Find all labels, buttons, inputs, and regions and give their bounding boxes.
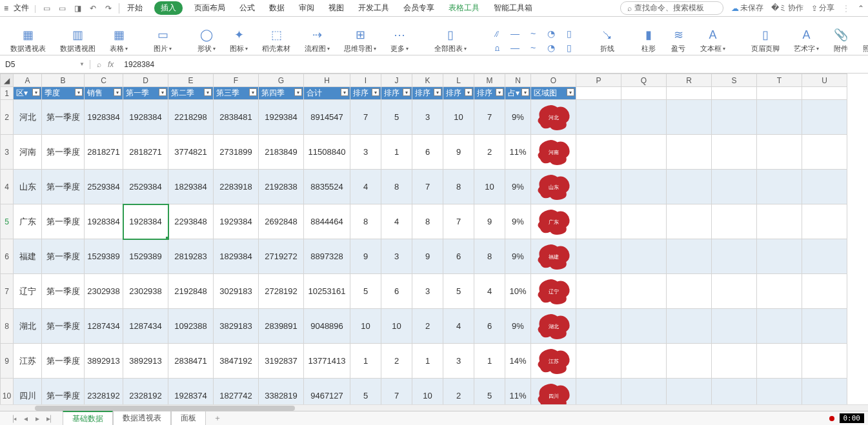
cell-U7[interactable] [802, 274, 847, 309]
cell-R5[interactable] [667, 204, 712, 239]
cell-C4[interactable]: 2529384 [85, 170, 123, 204]
cell-H9[interactable]: 13771413 [304, 344, 350, 379]
cell-D8[interactable]: 1287434 [123, 309, 168, 344]
qat-redo-icon[interactable]: ↷ [103, 3, 114, 14]
chart-type-icon[interactable]: — [509, 28, 521, 39]
cell-M7[interactable]: 4 [474, 274, 505, 309]
cell-D4[interactable]: 2529384 [123, 170, 168, 204]
cell-B9[interactable]: 第一季度 [42, 344, 85, 379]
cell-Q8[interactable] [621, 309, 667, 344]
cell-F2[interactable]: 2838481 [214, 100, 259, 135]
ribbon-形状[interactable]: ◯形状▾ [194, 27, 219, 54]
ribbon-思维导图[interactable]: ⊞思维导图▾ [340, 27, 380, 54]
cell-O4[interactable]: 山东 [531, 170, 576, 204]
fx-cancel-icon[interactable]: ⌕ [97, 60, 101, 69]
cell-S3[interactable] [712, 135, 757, 170]
ribbon-tab-5[interactable]: 审阅 [296, 1, 317, 15]
header-cell[interactable]: 排序▾ [350, 87, 381, 100]
header-cell[interactable]: 销售▾ [85, 87, 123, 100]
sheet-prev-icon[interactable]: ◂ [21, 414, 30, 423]
header-cell[interactable]: 区▾▾ [14, 87, 42, 100]
cell-B7[interactable]: 第一季度 [42, 274, 85, 309]
filter-icon[interactable]: ▾ [249, 88, 257, 96]
menu-icon[interactable]: ≡ [4, 4, 8, 13]
cell-S2[interactable] [712, 100, 757, 135]
cell-J4[interactable]: 8 [381, 170, 412, 204]
cell-U10[interactable] [802, 379, 847, 405]
header-cell[interactable] [757, 87, 802, 100]
cell-J8[interactable]: 10 [381, 309, 412, 344]
col-header-P[interactable]: P [576, 74, 621, 87]
cell-A9[interactable]: 江苏 [14, 344, 42, 379]
cell-F6[interactable]: 1829384 [214, 239, 259, 274]
header-cell[interactable] [576, 87, 621, 100]
horizontal-scrollbar[interactable] [0, 404, 868, 411]
command-search[interactable]: ⌕ 查找命令、搜索模板 [620, 1, 723, 15]
cell-C5[interactable]: 1928384 [85, 204, 123, 239]
ribbon-tab-6[interactable]: 视图 [326, 1, 347, 15]
cell-B6[interactable]: 第一季度 [42, 239, 85, 274]
cell-L2[interactable]: 10 [443, 100, 474, 135]
cell-A5[interactable]: 广东 [14, 204, 42, 239]
ribbon-tab-9[interactable]: 表格工具 [446, 1, 482, 15]
cell-E7[interactable]: 2192848 [168, 274, 214, 309]
cell-E8[interactable]: 1092388 [168, 309, 214, 344]
cell-B3[interactable]: 第一季度 [42, 135, 85, 170]
name-box[interactable]: D5 ▼ [0, 60, 90, 69]
cell-S5[interactable] [712, 204, 757, 239]
col-header-U[interactable]: U [802, 74, 847, 87]
cell-O7[interactable]: 辽宁 [531, 274, 576, 309]
cell-K8[interactable]: 2 [412, 309, 443, 344]
add-sheet-button[interactable]: ＋ [208, 411, 227, 425]
cell-C2[interactable]: 1928384 [85, 100, 123, 135]
cell-O2[interactable]: 河北 [531, 100, 576, 135]
cell-B10[interactable]: 第一季度 [42, 379, 85, 405]
row-header-3[interactable]: 3 [1, 135, 14, 170]
ribbon-tab-2[interactable]: 页面布局 [192, 1, 228, 15]
cell-N10[interactable]: 11% [505, 379, 531, 405]
cell-M4[interactable]: 10 [474, 170, 505, 204]
header-cell[interactable] [712, 87, 757, 100]
col-header-N[interactable]: N [505, 74, 531, 87]
cell-T10[interactable] [757, 379, 802, 405]
col-header-G[interactable]: G [259, 74, 304, 87]
sheet-tab-1[interactable]: 数据透视表 [113, 411, 171, 425]
filter-icon[interactable]: ▾ [465, 88, 472, 96]
cell-L6[interactable]: 6 [443, 239, 474, 274]
cell-C3[interactable]: 2818271 [85, 135, 123, 170]
cell-E5[interactable]: 2293848 [168, 204, 214, 239]
ribbon-tab-3[interactable]: 公式 [237, 1, 257, 15]
cell-E2[interactable]: 2218298 [168, 100, 214, 135]
cell-I7[interactable]: 5 [350, 274, 381, 309]
cell-A6[interactable]: 福建 [14, 239, 42, 274]
cell-L5[interactable]: 7 [443, 204, 474, 239]
col-header-D[interactable]: D [123, 74, 168, 87]
cell-R3[interactable] [667, 135, 712, 170]
sheet-first-icon[interactable]: ⎹◂ [4, 414, 19, 423]
cell-I8[interactable]: 10 [350, 309, 381, 344]
cell-L9[interactable]: 3 [443, 344, 474, 379]
cell-O8[interactable]: 湖北 [531, 309, 576, 344]
cell-F9[interactable]: 3847192 [214, 344, 259, 379]
cell-R7[interactable] [667, 274, 712, 309]
cell-N3[interactable]: 11% [505, 135, 531, 170]
row-header-1[interactable]: 1 [1, 87, 14, 100]
cell-J7[interactable]: 6 [381, 274, 412, 309]
sheet-tab-0[interactable]: 基础数据 [63, 411, 113, 425]
chart-type-icon[interactable]: ⫽ [491, 28, 503, 39]
share-button[interactable]: ⇪ 分享 [811, 3, 834, 14]
cell-H5[interactable]: 8844464 [304, 204, 350, 239]
cell-G5[interactable]: 2692848 [259, 204, 304, 239]
chart-type-icon[interactable]: ◔ [545, 28, 557, 39]
cell-N5[interactable]: 9% [505, 204, 531, 239]
header-cell[interactable]: 排序▾ [381, 87, 412, 100]
cell-N7[interactable]: 10% [505, 274, 531, 309]
ribbon-艺术字[interactable]: A艺术字▾ [790, 27, 823, 54]
col-header-T[interactable]: T [757, 74, 802, 87]
col-header-H[interactable]: H [304, 74, 350, 87]
cell-U9[interactable] [802, 344, 847, 379]
cell-F4[interactable]: 2283918 [214, 170, 259, 204]
select-all-corner[interactable]: ◢ [1, 74, 14, 87]
cell-H8[interactable]: 9048896 [304, 309, 350, 344]
cell-M6[interactable]: 8 [474, 239, 505, 274]
